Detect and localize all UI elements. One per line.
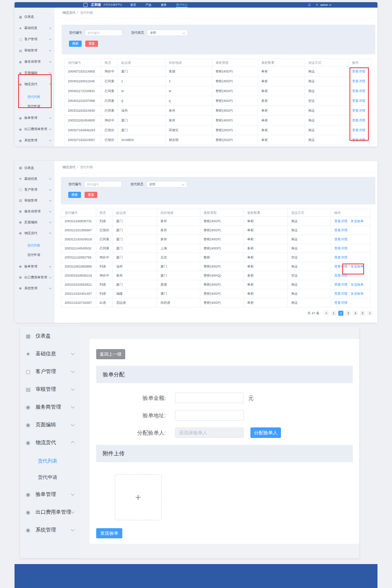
pagination-next[interactable]: > [367,311,372,316]
search-button[interactable]: 搜索 [68,192,81,198]
nav-item-2[interactable]: 服务 [161,2,167,8]
sidebar-item-4[interactable]: ◉服务商管理 [15,206,54,217]
address-input[interactable] [175,410,244,421]
view-detail-link[interactable]: 查看详情 [352,109,365,112]
sidebar-item-3[interactable]: ▤审核管理 [20,380,80,398]
view-detail-link[interactable]: 查看详情 [334,256,347,259]
view-detail-link[interactable]: 查看详情 [334,265,347,268]
send-verification-button[interactable]: 发送验单 [96,528,122,538]
sidebar-item-0[interactable]: ▦仪表盘 [15,11,54,22]
sidebar-item-8[interactable]: ◉出口费用单管理 [20,503,80,521]
nav-item-3[interactable]: 用户中心 [176,2,188,8]
sidebar-item-2[interactable]: ▢客户管理 [20,363,80,380]
brand-logo-icon[interactable] [83,3,87,7]
view-detail-link[interactable]: 查看详情 [352,99,365,103]
sidebar-item-1[interactable]: ★基础信息 [20,345,80,363]
cell: 询价中 [101,116,118,125]
sidebar-item-1[interactable]: ★基础信息 [15,22,54,34]
send-verification-link[interactable]: 发送验单 [351,265,364,268]
forwarder-status-select[interactable]: 全部 [146,181,187,187]
sidebar-item-0[interactable]: ▦仪表盘 [15,162,54,173]
sidebar-item-4[interactable]: ◉服务商管理 [20,398,80,416]
pagination-prev[interactable]: < [324,311,329,316]
sidebar-submenu: 货代列表货代申请 [15,239,54,261]
pagination-page-4[interactable]: 4 [353,311,358,316]
sidebar-item-1[interactable]: ★基础信息 [15,173,54,184]
nav-item-1[interactable]: 产品 [146,2,151,8]
attachment-upload-box[interactable]: + [115,474,162,520]
assignee-input[interactable] [175,427,244,438]
view-detail-link[interactable]: 查看详情 [334,219,347,223]
view-detail-link[interactable]: 查看详情 [334,274,347,277]
send-verification-link[interactable]: 发送验单 [351,219,364,223]
pagination-page-3[interactable]: 3 [346,311,351,316]
sidebar-item-3[interactable]: ▤审核管理 [15,45,54,56]
cell: 海运 [288,289,331,298]
sidebar-item-9[interactable]: ◉系统管理 [15,135,54,146]
breadcrumb-parent[interactable]: 物流货代 [62,165,75,169]
sidebar-item-7[interactable]: ◉验单管理 [15,112,54,124]
sidebar-item-label: 出口费用单管理 [24,127,49,132]
forwarder-id-input[interactable] [85,30,122,36]
view-detail-link[interactable]: 查看详情 [334,247,347,250]
sidebar-subitem-1[interactable]: 货代申请 [20,469,80,485]
sidebar-subitem-0[interactable]: 货代列表 [15,92,54,102]
sidebar-subitem-0[interactable]: 货代列表 [15,241,54,250]
send-verification-link[interactable]: 发送验单 [351,292,364,295]
search-button[interactable]: 搜索 [69,41,82,47]
pagination-page-1[interactable]: 1 [331,311,336,316]
send-verification-link[interactable]: 发送验单 [351,283,364,286]
cell: 海运 [288,235,331,244]
sidebar-item-8[interactable]: ◉出口费用单管理 [15,124,54,135]
reset-button[interactable]: 重置 [85,192,97,198]
assign-verifier-button[interactable]: 分配验单人 [250,427,281,438]
chevron-down-icon [49,38,52,40]
breadcrumb-separator: / [77,165,78,169]
view-detail-link[interactable]: 查看详情 [334,283,347,286]
cell: 澳门 [157,289,200,298]
sidebar-item-6[interactable]: ◉物流货代 [15,228,54,239]
cell: 单柜 [244,289,288,298]
cell: 启运港 [113,298,157,307]
sidebar-item-6[interactable]: ◉物流货代 [20,434,80,451]
bell-icon[interactable] [308,3,311,7]
pagination-page-5[interactable]: 5 [360,311,365,316]
forwarder-id-input[interactable] [84,181,122,187]
sidebar-item-0[interactable]: ▦仪表盘 [20,327,80,345]
view-detail-link[interactable]: 查看详情 [334,228,347,232]
sidebar-item-6[interactable]: ◉物流货代 [15,79,54,90]
sidebar-item-4[interactable]: ◉服务商管理 [15,56,54,67]
pagination-page-2[interactable]: 2 [338,311,343,316]
sidebar-subitem-1[interactable]: 货代申请 [15,250,54,260]
sidebar-item-9[interactable]: ◉系统管理 [15,283,54,294]
sidebar-item-9[interactable]: ◉系统管理 [20,521,80,539]
view-detail-link[interactable]: 查看详情 [352,70,365,73]
sidebar-item-8[interactable]: ◉出口费用单管理 [15,272,54,283]
back-button[interactable]: 返回上一级 [96,349,125,359]
view-detail-link[interactable]: 查看详情 [352,89,365,93]
view-detail-link[interactable]: 查看详情 [334,292,347,295]
forwarder-status-select[interactable]: 全部 [147,30,188,36]
view-detail-link[interactable]: 查看详情 [352,138,365,142]
sidebar-item-2[interactable]: ▢客户管理 [15,184,54,195]
sidebar-subitem-0[interactable]: 货代列表 [20,453,80,469]
user-menu[interactable]: admin [315,3,331,7]
view-detail-link[interactable]: 查看详情 [352,79,365,83]
sidebar-item-3[interactable]: ▤审核管理 [15,195,54,206]
view-detail-link[interactable]: 查看详情 [334,237,347,241]
view-detail-link[interactable]: 查看详情 [334,301,347,305]
sidebar-item-7[interactable]: ◉验单管理 [15,261,54,272]
sidebar-item-5[interactable]: ◉页面编辑 [15,67,54,79]
sidebar-item-7[interactable]: ◉验单管理 [20,485,80,503]
sidebar-item-5[interactable]: ◉页面编辑 [20,416,80,434]
view-detail-link[interactable]: 查看详情 [352,128,365,132]
sidebar-item-2[interactable]: ▢客户管理 [15,34,54,45]
view-detail-link[interactable]: 查看详情 [352,119,365,122]
sidebar-subitem-1[interactable]: 货代申请 [15,102,54,111]
nav-item-0[interactable]: 首页 [130,2,136,8]
amount-input[interactable] [175,393,244,403]
reset-button[interactable]: 重置 [85,41,98,47]
breadcrumb-parent[interactable]: 物流货代 [62,11,75,15]
cell: 200220102653821 [61,280,96,289]
sidebar-item-5[interactable]: ◉页面编辑 [15,217,54,228]
